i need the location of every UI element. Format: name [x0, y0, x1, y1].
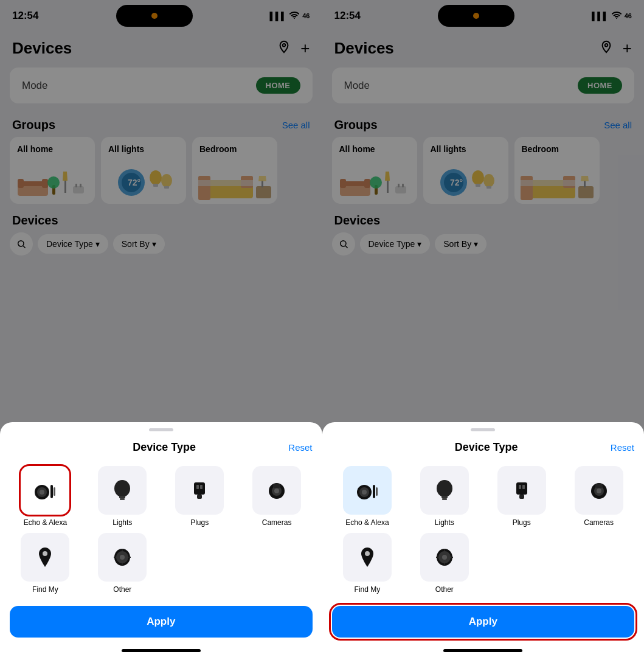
svg-point-91	[442, 555, 447, 560]
findmy-icon-box-left	[21, 533, 69, 582]
bottom-sheet-right: Device Type Reset Echo & Al	[322, 422, 645, 657]
other-icon-box-right	[420, 533, 469, 582]
plugs-label-right: Plugs	[513, 518, 531, 527]
svg-rect-36	[194, 482, 205, 495]
svg-rect-32	[54, 487, 55, 496]
svg-point-30	[40, 490, 44, 495]
findmy-icon-box-right	[343, 533, 392, 582]
svg-rect-83	[519, 485, 521, 489]
device-type-other-left[interactable]: Other	[87, 533, 158, 594]
device-type-plugs-left[interactable]: Plugs	[164, 466, 235, 527]
cameras-icon-box-left	[252, 466, 301, 515]
svg-rect-77	[373, 485, 375, 498]
device-type-grid-left: Echo & Alexa Lights	[10, 466, 313, 594]
other-label-right: Other	[435, 585, 454, 594]
echo-alexa-label-left: Echo & Alexa	[24, 518, 67, 527]
cameras-icon-box-right	[575, 466, 623, 515]
home-bar-left	[122, 649, 201, 652]
home-bar-right	[443, 649, 522, 652]
plugs-label-left: Plugs	[190, 518, 209, 527]
other-icon-box-left	[98, 533, 147, 582]
device-type-cameras-left[interactable]: Cameras	[241, 466, 313, 527]
svg-rect-37	[196, 485, 199, 489]
device-type-grid-right: Echo & Alexa Lights	[332, 466, 635, 594]
apply-button-right[interactable]: Apply	[332, 606, 635, 638]
echo-alexa-label-right: Echo & Alexa	[345, 518, 389, 527]
svg-point-76	[362, 490, 367, 495]
right-panel: 12:54 ▌▌▌ 46 Devices +	[322, 0, 645, 657]
svg-rect-35	[120, 498, 125, 500]
lights-label-left: Lights	[113, 518, 132, 527]
bottom-sheet-left: Device Type Reset	[0, 422, 322, 657]
findmy-label-left: Find My	[32, 585, 58, 594]
device-type-lights-left[interactable]: Lights	[87, 466, 158, 527]
sheet-title-right: Device Type	[362, 441, 611, 454]
device-type-echo-alexa-left[interactable]: Echo & Alexa	[10, 466, 81, 527]
sheet-reset-right[interactable]: Reset	[611, 442, 634, 453]
sheet-header-right: Device Type Reset	[332, 441, 635, 454]
lights-icon-box-left	[98, 466, 147, 515]
device-type-cameras-right[interactable]: Cameras	[563, 466, 634, 527]
lights-icon-box-right	[420, 466, 469, 515]
svg-rect-34	[119, 496, 125, 498]
device-type-other-right[interactable]: Other	[409, 533, 480, 594]
sheet-handle-right	[471, 428, 495, 431]
sheet-handle-left	[149, 428, 173, 431]
device-type-findmy-right[interactable]: Find My	[332, 533, 403, 594]
svg-rect-84	[522, 485, 525, 489]
svg-rect-85	[519, 495, 524, 499]
plugs-icon-box-left	[175, 466, 224, 515]
svg-rect-39	[197, 495, 202, 499]
svg-point-79	[437, 480, 452, 497]
lights-label-right: Lights	[435, 518, 454, 527]
plugs-icon-box-right	[497, 466, 546, 515]
device-type-lights-right[interactable]: Lights	[409, 466, 480, 527]
svg-rect-81	[442, 498, 447, 500]
svg-rect-82	[516, 482, 527, 495]
svg-point-90	[365, 551, 370, 556]
svg-rect-38	[200, 485, 203, 489]
svg-point-42	[274, 488, 279, 493]
svg-rect-80	[441, 496, 448, 498]
svg-point-88	[597, 488, 601, 493]
left-panel: 12:54 ▌▌▌ 46 Devices +	[0, 0, 322, 657]
device-type-plugs-right[interactable]: Plugs	[486, 466, 557, 527]
sheet-title-left: Device Type	[40, 441, 288, 454]
svg-point-45	[120, 555, 125, 560]
svg-point-44	[43, 551, 47, 556]
sheet-header-left: Device Type Reset	[10, 441, 313, 454]
svg-rect-43	[273, 484, 280, 488]
svg-rect-89	[595, 484, 603, 488]
sheet-reset-left[interactable]: Reset	[288, 442, 312, 453]
echo-alexa-icon-box-right	[343, 466, 392, 515]
findmy-label-right: Find My	[355, 585, 381, 594]
svg-rect-31	[50, 485, 53, 498]
device-type-echo-alexa-right[interactable]: Echo & Alexa	[332, 466, 403, 527]
apply-button-left[interactable]: Apply	[10, 606, 313, 638]
svg-point-33	[114, 480, 130, 497]
other-label-left: Other	[113, 585, 131, 594]
cameras-label-right: Cameras	[584, 518, 614, 527]
svg-rect-78	[376, 487, 378, 496]
cameras-label-left: Cameras	[262, 518, 292, 527]
echo-alexa-icon-box-left	[21, 466, 69, 515]
device-type-findmy-left[interactable]: Find My	[10, 533, 81, 594]
